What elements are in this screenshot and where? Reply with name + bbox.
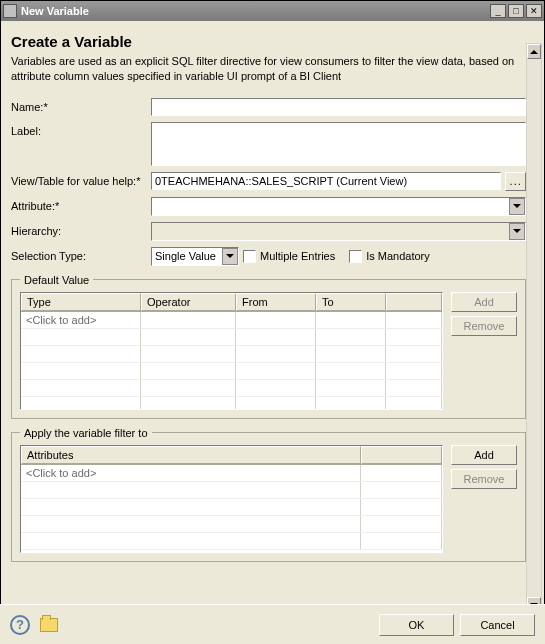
hierarchy-select[interactable]: [151, 222, 526, 241]
col-blank: [386, 293, 442, 311]
table-row[interactable]: <Click to add>: [21, 465, 442, 482]
chevron-down-icon: [509, 223, 525, 240]
ok-button[interactable]: OK: [379, 614, 454, 636]
is-mandatory-checkbox[interactable]: Is Mandatory: [349, 250, 430, 263]
viewtable-label: View/Table for value help:*: [11, 172, 151, 187]
chevron-down-icon: [509, 198, 525, 215]
apply-filter-legend: Apply the variable filter to: [20, 427, 152, 439]
chevron-down-icon: [222, 248, 238, 265]
close-button[interactable]: ✕: [526, 4, 542, 18]
multiple-entries-checkbox[interactable]: Multiple Entries: [243, 250, 335, 263]
page-description: Variables are used as an explicit SQL fi…: [11, 54, 526, 84]
col-operator: Operator: [141, 293, 236, 311]
default-value-grid[interactable]: Type Operator From To <Click to add>: [20, 292, 443, 410]
default-value-group: Default Value Type Operator From To <Cli…: [11, 274, 526, 419]
multiple-entries-label: Multiple Entries: [260, 250, 335, 262]
col-type: Type: [21, 293, 141, 311]
click-to-add[interactable]: <Click to add>: [21, 465, 361, 481]
selection-type-value: Single Value: [155, 250, 216, 262]
label-textarea[interactable]: [151, 122, 526, 166]
default-remove-button[interactable]: Remove: [451, 316, 517, 336]
cancel-button[interactable]: Cancel: [460, 614, 535, 636]
is-mandatory-label: Is Mandatory: [366, 250, 430, 262]
checkbox-icon: [349, 250, 362, 263]
col-from: From: [236, 293, 316, 311]
selection-type-select[interactable]: Single Value: [151, 247, 239, 266]
help-icon[interactable]: ?: [10, 615, 30, 635]
hierarchy-label: Hierarchy:: [11, 222, 151, 237]
name-input[interactable]: [151, 98, 526, 116]
attribute-label: Attribute:*: [11, 197, 151, 212]
apply-filter-grid[interactable]: Attributes <Click to add>: [20, 445, 443, 553]
app-icon: [3, 4, 17, 18]
selection-type-label: Selection Type:: [11, 247, 151, 262]
filter-remove-button[interactable]: Remove: [451, 469, 517, 489]
name-label: Name:*: [11, 98, 151, 113]
page-heading: Create a Variable: [11, 33, 526, 50]
attribute-select[interactable]: [151, 197, 526, 216]
table-row[interactable]: <Click to add>: [21, 312, 442, 329]
viewtable-browse-button[interactable]: ...: [505, 172, 526, 191]
window-title: New Variable: [21, 5, 488, 17]
folder-icon[interactable]: [40, 618, 58, 632]
minimize-button[interactable]: _: [490, 4, 506, 18]
col-attributes: Attributes: [21, 446, 361, 464]
scroll-up-button[interactable]: [527, 44, 541, 59]
checkbox-icon: [243, 250, 256, 263]
default-add-button[interactable]: Add: [451, 292, 517, 312]
col-blank: [361, 446, 442, 464]
viewtable-input[interactable]: [151, 172, 501, 190]
dialog-footer: ? OK Cancel: [0, 604, 545, 644]
maximize-button[interactable]: □: [508, 4, 524, 18]
default-value-legend: Default Value: [20, 274, 93, 286]
filter-add-button[interactable]: Add: [451, 445, 517, 465]
click-to-add[interactable]: <Click to add>: [21, 312, 141, 328]
vertical-scrollbar[interactable]: [526, 43, 542, 613]
col-to: To: [316, 293, 386, 311]
label-label: Label:: [11, 122, 151, 137]
title-bar: New Variable _ □ ✕: [1, 1, 544, 21]
apply-filter-group: Apply the variable filter to Attributes …: [11, 427, 526, 562]
